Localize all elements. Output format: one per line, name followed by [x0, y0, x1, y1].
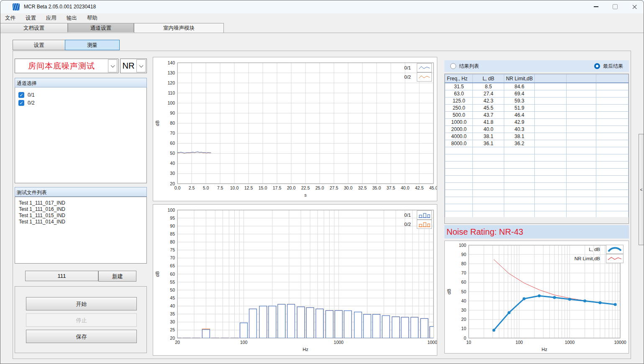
- result-row[interactable]: 2000.040.040.3: [445, 126, 629, 133]
- result-row[interactable]: 31.58.584.6: [445, 83, 629, 90]
- result-cell: [566, 176, 596, 183]
- time-chart-legend: 0/1 0/2: [404, 63, 432, 82]
- result-row[interactable]: 63.027.469.4: [445, 90, 629, 97]
- result-cell: 84.6: [504, 83, 535, 90]
- result-cell: [535, 161, 566, 169]
- empty-row[interactable]: [445, 197, 629, 204]
- menu-file[interactable]: 文件: [0, 13, 21, 23]
- result-cell: [504, 197, 535, 204]
- result-cell: [596, 140, 628, 147]
- radio-last-result[interactable]: 最后结果: [594, 63, 623, 70]
- result-cell: 250.0: [445, 105, 473, 112]
- result-cell: 27.4: [473, 90, 504, 97]
- result-cell: 8.5: [473, 83, 504, 90]
- rating-type-dropdown-button[interactable]: [136, 59, 146, 72]
- result-cell: [445, 161, 473, 169]
- result-cell: [535, 204, 566, 211]
- panel-collapse-handle[interactable]: <: [639, 134, 644, 245]
- svg-text:40.0: 40.0: [401, 185, 410, 190]
- menu-help[interactable]: 帮助: [82, 13, 103, 23]
- thick-line-series-icon[interactable]: [606, 245, 623, 254]
- test-type-combobox[interactable]: 房间本底噪声测试: [15, 59, 118, 73]
- empty-row[interactable]: [445, 161, 629, 169]
- result-cell: [535, 97, 566, 105]
- tab-room-noise-module[interactable]: 室内噪声模块: [134, 23, 224, 33]
- channel-item[interactable]: ✓0/1: [15, 91, 146, 99]
- test-type-dropdown-button[interactable]: [108, 59, 117, 72]
- file-list-item[interactable]: Test 1_111_016_IND: [15, 206, 146, 213]
- result-cell: [566, 183, 596, 190]
- result-cell: [566, 133, 596, 140]
- tab-document-settings[interactable]: 文档设置: [0, 23, 68, 32]
- file-list-item[interactable]: Test 1_111_017_IND: [15, 200, 146, 206]
- bar-series-icon-ch2[interactable]: [417, 220, 432, 229]
- result-cell: [566, 126, 596, 133]
- result-row[interactable]: 1000.041.842.9: [445, 119, 629, 126]
- menu-apply[interactable]: 应用: [41, 13, 62, 23]
- rating-type-value: NR: [121, 61, 136, 71]
- new-button[interactable]: 新建: [98, 271, 136, 282]
- result-cell: [504, 169, 535, 176]
- svg-text:80: 80: [170, 239, 175, 244]
- result-cell: [596, 169, 628, 176]
- result-cell: [473, 169, 504, 176]
- channel-list[interactable]: ✓0/1✓0/2: [15, 87, 147, 183]
- svg-text:75: 75: [170, 247, 175, 252]
- result-cell: 36.2: [504, 140, 535, 147]
- legend-label-limit: NR Limit,dB: [575, 256, 600, 261]
- empty-row[interactable]: [445, 176, 629, 183]
- file-list-item[interactable]: Test 1_111_015_IND: [15, 213, 146, 219]
- spectrum-plot: 2025303540455055606570758085909510020100…: [153, 205, 437, 355]
- empty-row[interactable]: [445, 183, 629, 190]
- bar-series-icon-ch1[interactable]: [417, 210, 432, 220]
- svg-text:1000: 1000: [565, 340, 575, 345]
- minimize-button[interactable]: [586, 0, 606, 13]
- empty-row[interactable]: [445, 204, 629, 211]
- menu-settings[interactable]: 设置: [21, 13, 41, 23]
- channel-label: 0/2: [28, 100, 35, 106]
- file-list-item[interactable]: Test 1_111_014_IND: [15, 219, 146, 225]
- empty-row[interactable]: [445, 147, 629, 154]
- result-row[interactable]: 125.042.359.3: [445, 97, 629, 105]
- result-row[interactable]: 500.043.746.4: [445, 112, 629, 119]
- svg-text:Hz: Hz: [303, 347, 308, 352]
- result-cell: [596, 105, 628, 112]
- column-header: [566, 74, 596, 83]
- empty-row[interactable]: [445, 190, 629, 197]
- save-button[interactable]: 保存: [26, 330, 137, 343]
- menu-bar: 文件 设置 应用 输出 帮助: [0, 13, 644, 23]
- result-cell: [566, 112, 596, 119]
- svg-text:15.0: 15.0: [259, 185, 267, 190]
- spectrum-chart: 2025303540455055606570758085909510020100…: [153, 204, 437, 356]
- result-cell: 500.0: [445, 112, 473, 119]
- close-button[interactable]: [625, 0, 644, 13]
- empty-row[interactable]: [445, 154, 629, 161]
- channel-checkbox[interactable]: ✓: [18, 100, 24, 106]
- result-row[interactable]: 4000.038.138.1: [445, 133, 629, 140]
- empty-row[interactable]: [445, 169, 629, 176]
- radio-result-list[interactable]: 结果列表: [450, 63, 479, 70]
- tab-channel-settings[interactable]: 通道设置: [68, 23, 134, 32]
- result-cell: [504, 190, 535, 197]
- channel-checkbox[interactable]: ✓: [18, 92, 24, 98]
- result-cell: [473, 183, 504, 190]
- file-name-input[interactable]: [25, 271, 98, 281]
- channel-item[interactable]: ✓0/2: [15, 99, 146, 107]
- thin-line-series-icon[interactable]: [606, 254, 623, 263]
- test-file-list[interactable]: Test 1_111_017_INDTest 1_111_016_INDTest…: [15, 197, 147, 264]
- svg-text:80: 80: [170, 120, 175, 126]
- subtab-measure[interactable]: 测量: [65, 40, 120, 50]
- line-series-icon-ch2[interactable]: [417, 72, 432, 82]
- result-row[interactable]: 8000.036.136.2: [445, 140, 629, 147]
- result-row[interactable]: 250.045.551.9: [445, 105, 629, 112]
- line-series-icon-ch1[interactable]: [417, 63, 432, 72]
- result-cell: [535, 112, 566, 119]
- result-cell: [445, 147, 473, 154]
- result-cell: [504, 176, 535, 183]
- subtab-settings[interactable]: 设置: [13, 40, 65, 50]
- start-button[interactable]: 开始: [26, 297, 137, 310]
- menu-output[interactable]: 输出: [62, 13, 82, 23]
- rating-type-combobox[interactable]: NR: [120, 59, 147, 73]
- svg-text:30: 30: [170, 171, 175, 176]
- maximize-button[interactable]: [606, 0, 625, 13]
